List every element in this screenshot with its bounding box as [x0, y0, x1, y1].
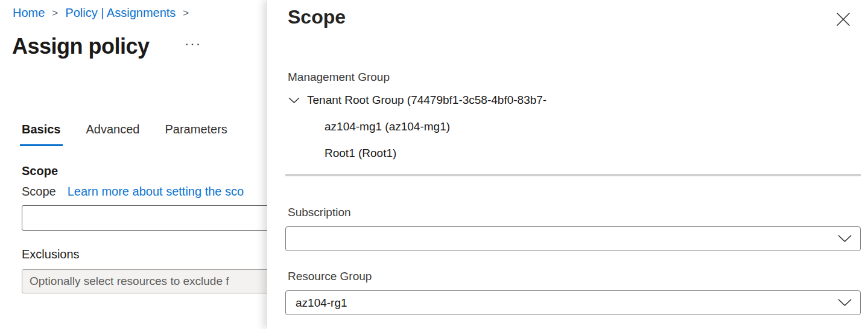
breadcrumb-home-link[interactable]: Home: [13, 6, 45, 20]
breadcrumb-separator-icon: >: [183, 7, 189, 19]
tree-item-root1[interactable]: Root1 (Root1): [325, 147, 396, 160]
scope-panel-title: Scope: [288, 6, 346, 28]
tab-basics[interactable]: Basics: [22, 123, 61, 146]
subscription-dropdown[interactable]: [285, 226, 861, 251]
breadcrumb-separator-icon: >: [52, 7, 58, 19]
scope-section-heading: Scope: [22, 164, 58, 178]
tree-item-label: Root1 (Root1): [325, 147, 396, 160]
close-panel-button[interactable]: [834, 10, 852, 28]
tab-advanced[interactable]: Advanced: [86, 123, 140, 146]
resource-group-dropdown[interactable]: az104-rg1: [285, 290, 861, 315]
tab-parameters[interactable]: Parameters: [165, 123, 227, 146]
management-group-label: Management Group: [288, 71, 390, 84]
tree-item-az104-mg1[interactable]: az104-mg1 (az104-mg1): [325, 120, 450, 133]
section-divider: [285, 174, 861, 176]
chevron-down-icon[interactable]: [288, 97, 300, 104]
learn-more-link[interactable]: Learn more about setting the sco: [68, 185, 244, 199]
scope-field-label: Scope: [22, 185, 56, 199]
breadcrumb-policy-assignments-link[interactable]: Policy | Assignments: [65, 6, 176, 20]
scope-panel: Scope Management Group Tenant Root Group…: [267, 0, 868, 329]
tree-item-label: az104-mg1 (az104-mg1): [325, 120, 450, 133]
chevron-down-icon: [838, 235, 852, 243]
page-title: Assign policy: [12, 34, 150, 59]
tree-item-tenant-root-group[interactable]: Tenant Root Group (74479bf1-3c58-4bf0-83…: [288, 94, 546, 107]
tree-item-label: Tenant Root Group (74479bf1-3c58-4bf0-83…: [307, 94, 546, 107]
assign-policy-page: Home > Policy | Assignments > Assign pol…: [0, 0, 868, 329]
breadcrumb: Home > Policy | Assignments >: [13, 6, 189, 20]
scope-field-label-row: Scope Learn more about setting the sco: [22, 185, 244, 199]
close-icon: [835, 11, 851, 27]
resource-group-dropdown-value: az104-rg1: [296, 296, 347, 310]
tab-bar: Basics Advanced Parameters: [22, 123, 227, 146]
exclusions-label: Exclusions: [22, 248, 80, 261]
resource-group-label: Resource Group: [288, 270, 372, 283]
subscription-label: Subscription: [288, 206, 351, 219]
chevron-down-icon: [838, 299, 852, 307]
more-options-button[interactable]: ···: [185, 36, 201, 52]
